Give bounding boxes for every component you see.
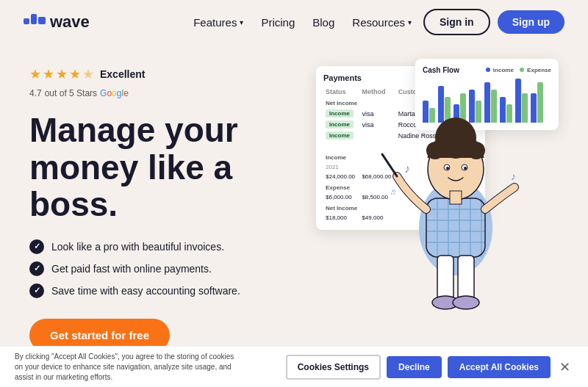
svg-text:♪: ♪: [511, 170, 516, 182]
rating-value: 4.7: [29, 88, 42, 98]
feature-item-3: Save time with easy accounting software.: [29, 283, 309, 298]
cookie-buttons: Cookies Settings Decline Accept All Cook…: [286, 355, 573, 380]
check-icon-3: [29, 283, 44, 298]
col-status: Status: [323, 87, 359, 97]
legend-expense-dot: [520, 68, 524, 72]
signup-button[interactable]: Sign up: [498, 10, 564, 34]
status-badge: Income: [326, 131, 354, 140]
svg-rect-4: [426, 198, 485, 257]
star-2: ★: [43, 66, 54, 82]
svg-rect-28: [437, 256, 453, 300]
svg-point-22: [446, 167, 449, 170]
hero-section: ★ ★ ★ ★ ★ Excellent 4.7 out of 5 Stars G…: [0, 44, 588, 346]
hero-left: ★ ★ ★ ★ ★ Excellent 4.7 out of 5 Stars G…: [29, 59, 309, 352]
nav-pricing[interactable]: Pricing: [261, 16, 295, 29]
logo[interactable]: wave: [24, 12, 90, 32]
feature-item-2: Get paid fast with online payments.: [29, 261, 309, 276]
star-5-half: ★: [82, 66, 94, 82]
svg-point-18: [426, 142, 444, 159]
nav-blog[interactable]: Blog: [312, 16, 334, 29]
status-badge: Income: [326, 120, 354, 129]
legend-income-dot: [486, 68, 490, 72]
svg-rect-1: [31, 14, 37, 24]
svg-point-31: [453, 296, 479, 309]
cashflow-legend: Income Expense: [486, 67, 551, 73]
svg-rect-32: [450, 191, 462, 204]
close-cookie-button[interactable]: ✕: [556, 359, 573, 375]
feature-item-1: Look like a pro with beautiful invoices.: [29, 239, 309, 254]
check-icon-2: [29, 261, 44, 276]
status-badge: Income: [326, 109, 354, 117]
star-3: ★: [56, 66, 68, 82]
svg-rect-2: [38, 17, 46, 24]
excellent-label: Excellent: [100, 68, 145, 80]
svg-text:♬: ♬: [390, 187, 396, 197]
nav-links: Features ▾ Pricing Blog Resources ▾: [193, 16, 412, 29]
cookie-settings-button[interactable]: Cookies Settings: [286, 355, 381, 380]
nav-resources[interactable]: Resources ▾: [352, 16, 412, 29]
logo-text: wave: [50, 12, 90, 32]
legend-expense: Expense: [520, 67, 551, 73]
nav-buttons: Sign in Sign up: [423, 9, 564, 35]
check-icon-1: [29, 239, 44, 254]
cookie-bar: By clicking "Accept All Cookies", you ag…: [0, 346, 588, 387]
decline-button[interactable]: Decline: [387, 356, 442, 378]
star-4: ★: [69, 66, 81, 82]
svg-point-19: [467, 142, 485, 159]
cookie-text: By clicking "Accept All Cookies", you ag…: [15, 352, 235, 383]
svg-point-23: [464, 167, 467, 170]
svg-text:♪: ♪: [404, 162, 410, 175]
hero-right: Payments Status Method Customer Amount N…: [309, 59, 559, 338]
nav-features[interactable]: Features ▾: [193, 16, 243, 29]
rating-sub: 4.7 out of 5 Stars Google: [29, 88, 309, 98]
svg-rect-0: [24, 18, 29, 24]
svg-rect-29: [458, 256, 474, 300]
feature-list: Look like a pro with beautiful invoices.…: [29, 239, 309, 298]
chevron-down-icon: ▾: [408, 18, 412, 26]
chevron-down-icon: ▾: [240, 18, 243, 26]
signin-button[interactable]: Sign in: [423, 9, 490, 35]
legend-income: Income: [486, 67, 514, 73]
svg-line-24: [382, 154, 397, 176]
rating-row: ★ ★ ★ ★ ★ Excellent: [29, 66, 309, 82]
navbar: wave Features ▾ Pricing Blog Resources ▾…: [0, 0, 588, 44]
star-1: ★: [29, 66, 41, 82]
rating-label: out of 5 Stars: [45, 88, 97, 98]
accept-all-button[interactable]: Accept All Cookies: [448, 356, 551, 378]
star-rating: ★ ★ ★ ★ ★: [29, 66, 94, 82]
hero-title: Manage your money like a boss.: [29, 112, 309, 223]
bar-expense: [537, 82, 543, 123]
character-illustration: ♪ ♬ ♪: [375, 73, 537, 323]
google-logo: Google: [100, 88, 129, 98]
